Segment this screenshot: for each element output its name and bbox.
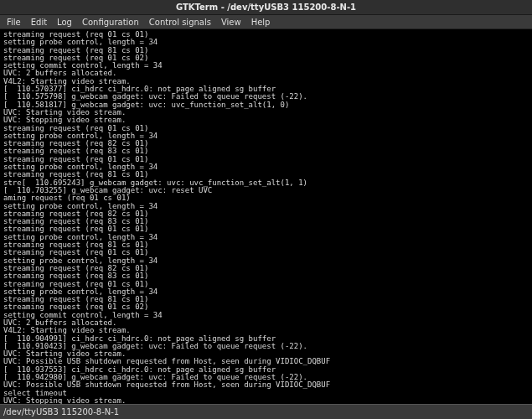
menu-log[interactable]: Log	[52, 18, 77, 27]
terminal-output[interactable]: streaming request (req 01 cs 01)setting …	[0, 29, 532, 404]
menu-configuration[interactable]: Configuration	[77, 18, 144, 27]
menu-file[interactable]: File	[2, 18, 26, 27]
menu-help[interactable]: Help	[246, 18, 276, 27]
window-title: GTKTerm - /dev/ttyUSB3 115200-8-N-1	[176, 3, 356, 12]
terminal-line: UVC: Stopping video stream.	[3, 397, 529, 404]
terminal-line: UVC: Possible USB shutdown requested fro…	[3, 381, 529, 389]
menu-edit[interactable]: Edit	[26, 18, 52, 27]
menu-view[interactable]: View	[216, 18, 246, 27]
statusbar: /dev/ttyUSB3 115200-8-N-1	[0, 404, 532, 419]
window-titlebar: GTKTerm - /dev/ttyUSB3 115200-8-N-1	[0, 0, 532, 15]
menu-control-signals[interactable]: Control signals	[144, 18, 216, 27]
statusbar-text: /dev/ttyUSB3 115200-8-N-1	[3, 407, 119, 416]
menubar: File Edit Log Configuration Control sign…	[0, 15, 532, 29]
